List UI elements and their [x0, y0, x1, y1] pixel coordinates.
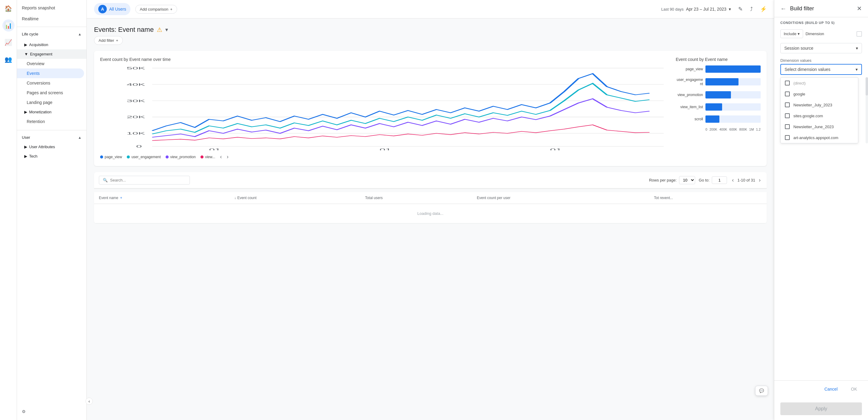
warning-icon: ⚠ — [157, 26, 162, 33]
scrollbar-thumb — [866, 77, 868, 95]
include-dropdown[interactable]: Include ▾ — [780, 29, 803, 38]
col-event-count[interactable]: ↓ Event count — [229, 192, 360, 204]
sidebar-item-events[interactable]: Events — [17, 68, 84, 78]
search-box[interactable]: 🔍 — [99, 176, 190, 185]
dropdown-item-newsletter-july[interactable]: Newsletter_July_2023 — [781, 99, 858, 110]
add-comparison-button[interactable]: Add comparison + — [135, 5, 177, 13]
date-range-picker[interactable]: Last 90 days Apr 23 – Jul 21, 2023 ▾ — [661, 7, 731, 11]
acquisition-expand-icon: ▶ — [24, 42, 27, 47]
edit-icon[interactable]: ✎ — [738, 6, 743, 12]
svg-text:30K: 30K — [126, 99, 145, 103]
checkbox-newsletter-june[interactable] — [785, 124, 790, 129]
col-total-revenue: Tot revent... — [649, 192, 767, 204]
filter-close-button[interactable]: ✕ — [857, 5, 862, 12]
goto-input[interactable] — [712, 176, 727, 184]
audience-icon[interactable]: 👥 — [2, 53, 14, 65]
date-range-prefix: Last 90 days — [661, 7, 684, 11]
sidebar-item-reports-snapshot[interactable]: Reports snapshot — [17, 2, 87, 13]
dropdown-item-direct[interactable]: (direct) — [781, 77, 858, 89]
checkbox-sites-google[interactable] — [785, 113, 790, 118]
sidebar-item-overview[interactable]: Overview — [17, 59, 84, 68]
share-icon[interactable]: ⤴ — [750, 6, 753, 12]
dim-values-select[interactable]: Select dimension values ▾ — [780, 64, 862, 75]
legend-item-view-promotion: view_promotion — [165, 155, 196, 159]
user-section-header[interactable]: User ▲ — [17, 133, 87, 142]
tech-expand-icon: ▶ — [24, 154, 27, 159]
acquisition-header[interactable]: ▶ Acquisition — [17, 40, 87, 50]
feedback-inner[interactable]: 💬 — [755, 386, 768, 396]
sidebar-item-landing-page[interactable]: Landing page — [17, 98, 84, 107]
checkbox-direct[interactable] — [785, 80, 790, 86]
apply-button[interactable]: Apply — [780, 402, 862, 415]
dropdown-item-google[interactable]: google — [781, 89, 858, 99]
next-page-button[interactable]: › — [757, 176, 762, 185]
add-filter-button[interactable]: Add filter + — [94, 36, 123, 45]
filter-back-button[interactable]: ← — [780, 5, 786, 12]
bar-fill-scroll — [706, 116, 719, 123]
filter-footer: Cancel OK — [774, 380, 868, 397]
dropdown-item-art-analytics[interactable]: art-analytics.appspot.com — [781, 132, 858, 143]
lifecycle-collapse-icon: ▲ — [78, 32, 82, 36]
bar-fill-view-promotion — [706, 91, 731, 98]
collapse-sidebar-button[interactable]: ‹ — [86, 397, 93, 405]
legend-prev-icon[interactable]: ‹ — [220, 154, 222, 160]
cancel-button[interactable]: Cancel — [819, 384, 842, 394]
sparkline-icon[interactable]: ⚡ — [760, 6, 767, 12]
bar-chart-area: Event count by Event name page_view user… — [676, 57, 761, 160]
checkbox-art-analytics[interactable] — [785, 135, 790, 140]
user-attributes-header[interactable]: ▶ User Attributes — [17, 142, 87, 152]
bar-row-view-item-list: view_item_list — [676, 103, 761, 110]
all-users-chip[interactable]: A All Users — [94, 3, 130, 15]
page-title: Events: Event name ⚠ ▾ — [94, 26, 767, 34]
sidebar-item-pages-screens[interactable]: Pages and screens — [17, 88, 84, 98]
sidebar-divider — [17, 27, 87, 27]
dropdown-item-newsletter-june[interactable]: Newsletter_June_2023 — [781, 121, 858, 132]
session-source-dropdown-icon: ▾ — [856, 46, 858, 51]
svg-text:10K: 10K — [126, 131, 145, 135]
legend-dot-engagement — [127, 156, 130, 159]
analytics-icon[interactable]: 📊 — [2, 20, 14, 32]
search-input[interactable] — [110, 178, 186, 183]
tech-header[interactable]: ▶ Tech — [17, 152, 87, 161]
sidebar-item-retention[interactable]: Retention — [17, 117, 84, 126]
charts-row: Event count by Event name over time 50K … — [94, 51, 767, 166]
table-controls: 🔍 Rows per page: 10 25 50 Go to: ‹ 1-10 … — [94, 172, 767, 189]
scrollbar[interactable] — [866, 77, 868, 143]
activity-icon[interactable]: 📈 — [2, 36, 14, 49]
col-total-users: Total users — [360, 192, 472, 204]
events-table: Event name + ↓ Event count Total users — [94, 192, 767, 223]
dim-values-dropdown-icon: ▾ — [856, 67, 858, 72]
lifecycle-section-header[interactable]: Life cycle ▲ — [17, 29, 87, 39]
add-icon: + — [170, 7, 173, 11]
checkbox-google[interactable] — [785, 92, 790, 96]
chart-legend: page_view user_engagement view_promotion… — [100, 154, 669, 160]
engagement-header[interactable]: ▼ Engagement — [17, 50, 87, 59]
bar-fill-engagement — [706, 78, 739, 86]
avatar: A — [98, 5, 107, 13]
dimension-label: Dimension — [806, 32, 854, 36]
settings-button[interactable]: ⚙ — [17, 406, 87, 418]
add-column-icon[interactable]: + — [120, 196, 122, 200]
dropdown-item-sites-google[interactable]: sites.google.com — [781, 110, 858, 121]
feedback-button[interactable]: 💬 — [755, 386, 768, 396]
legend-next-icon[interactable]: › — [227, 154, 229, 160]
filter-title: Build filter — [790, 5, 857, 12]
col-event-count-per-user: Event count per user — [472, 192, 649, 204]
pagination: ‹ 1-10 of 31 › — [731, 176, 762, 185]
checkbox-newsletter-july[interactable] — [785, 102, 790, 107]
home-icon[interactable]: 🏠 — [2, 2, 14, 14]
ok-button[interactable]: OK — [846, 384, 862, 394]
bar-row-user-engagement: user_engagement — [676, 77, 761, 86]
prev-page-button[interactable]: ‹ — [731, 176, 735, 185]
session-source-select[interactable]: Session source ▾ — [780, 43, 862, 53]
title-dropdown-icon[interactable]: ▾ — [165, 26, 168, 33]
line-chart-title: Event count by Event name over time — [100, 57, 669, 62]
filter-include-row: Include ▾ Dimension — [774, 27, 868, 41]
table-wrapper: Event name + ↓ Event count Total users — [94, 192, 767, 223]
monetization-header[interactable]: ▶ Monetization — [17, 107, 87, 117]
add-filter-icon: + — [116, 38, 118, 43]
sidebar-item-realtime[interactable]: Realtime — [17, 13, 87, 24]
sidebar-divider-2 — [17, 130, 87, 130]
sidebar-item-conversions[interactable]: Conversions — [17, 78, 84, 88]
rows-per-page-select[interactable]: 10 25 50 — [679, 176, 695, 184]
